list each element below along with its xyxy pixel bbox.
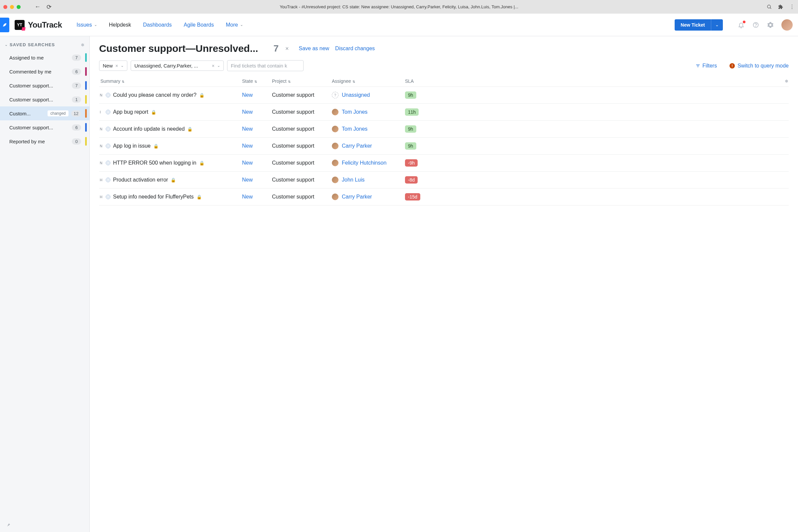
state-link[interactable]: New (242, 109, 253, 115)
state-filter-chip[interactable]: New × ⌄ (99, 60, 127, 71)
saved-searches-header[interactable]: ⌄ SAVED SEARCHES (0, 42, 90, 51)
filters-button[interactable]: Filters (695, 63, 717, 69)
assignee-link[interactable]: John Luis (342, 177, 365, 183)
clear-chip-icon[interactable]: × (115, 63, 118, 69)
sidebar-item[interactable]: Customer support... 7 (0, 78, 90, 92)
save-as-new-link[interactable]: Save as new (299, 45, 329, 52)
table-row[interactable]: H Setup info needed for FlufferyPets 🔒 N… (99, 189, 789, 206)
saved-searches-title: SAVED SEARCHES (10, 42, 55, 47)
avatar-icon (332, 126, 339, 132)
assignee-link[interactable]: Carry Parker (342, 143, 372, 149)
gear-icon[interactable] (80, 42, 85, 47)
nav-more[interactable]: More ⌄ (226, 22, 243, 28)
clear-count-icon[interactable]: × (285, 45, 289, 52)
brand[interactable]: YT YouTrack (15, 20, 62, 30)
visibility-icon (106, 194, 110, 199)
settings-icon[interactable] (767, 21, 774, 28)
assignee-link[interactable]: Tom Jones (342, 126, 367, 132)
table-row[interactable]: N Could you please cancel my order? 🔒 Ne… (99, 87, 789, 104)
sidebar-item[interactable]: Commented by me 6 (0, 64, 90, 78)
color-stripe (85, 81, 87, 90)
switch-query-mode-link[interactable]: ! Switch to query mode (729, 63, 789, 69)
sidebar-item[interactable]: Customer support... 1 (0, 92, 90, 107)
assignee-filter-chip[interactable]: Unassigned, Carry.Parker, ... × ⌄ (131, 60, 224, 71)
new-ticket-group: New Ticket ⌄ (674, 19, 723, 31)
chevron-down-icon[interactable]: ⌄ (121, 63, 124, 68)
color-stripe (85, 67, 87, 76)
col-summary[interactable]: Summary⇅ (99, 78, 242, 84)
extensions-icon[interactable] (778, 4, 783, 10)
assignee-link[interactable]: Unassigned (342, 92, 370, 98)
search-icon[interactable] (767, 4, 772, 10)
project-cell: Customer support (272, 109, 332, 115)
minimize-window-icon[interactable] (10, 5, 14, 9)
issue-type-badge: H (100, 178, 103, 182)
back-icon[interactable]: ← (35, 3, 41, 10)
sidebar-item-label: Assigned to me (9, 55, 69, 60)
state-link[interactable]: New (242, 92, 253, 98)
nav-issues[interactable]: Issues⌄ (76, 22, 97, 28)
lock-icon: 🔒 (151, 110, 156, 115)
nav-dashboards[interactable]: Dashboards (143, 22, 172, 28)
window-controls (3, 5, 21, 9)
sidebar-item[interactable]: Customer support... 6 (0, 120, 90, 134)
sidebar-item-count: 0 (72, 138, 81, 145)
summary-text: Account info update is needed (113, 126, 185, 132)
gear-icon[interactable] (784, 79, 789, 83)
state-link[interactable]: New (242, 143, 253, 149)
page-title: Customer support—Unresolved... (99, 43, 258, 54)
user-avatar[interactable] (781, 19, 793, 31)
assignee-link[interactable]: Carry Parker (342, 194, 372, 200)
visibility-icon (106, 177, 110, 182)
table-row[interactable]: H Product activation error 🔒 New Custome… (99, 172, 789, 189)
notifications-icon[interactable] (738, 21, 745, 28)
browser-actions: ⋮ (767, 4, 795, 10)
issue-type-badge: N (100, 93, 103, 97)
close-window-icon[interactable] (3, 5, 7, 9)
browser-chrome: ← ⟳ YouTrack - #Unresolved project: CS s… (0, 0, 798, 14)
lock-icon: 🔒 (199, 160, 205, 166)
sidebar-item[interactable]: Custom... changed 12 (0, 107, 90, 120)
issue-type-badge: N (100, 161, 103, 165)
state-link[interactable]: New (242, 194, 253, 200)
notification-badge (743, 21, 745, 23)
color-stripe (85, 137, 87, 146)
kebab-menu-icon[interactable]: ⋮ (790, 4, 795, 10)
visibility-icon (106, 110, 110, 114)
project-cell: Customer support (272, 92, 332, 98)
project-cell: Customer support (272, 160, 332, 166)
chevron-down-icon[interactable]: ⌄ (217, 63, 220, 68)
col-assignee[interactable]: Assignee⇅ (332, 78, 405, 84)
lock-icon: 🔒 (187, 127, 192, 132)
new-ticket-dropdown[interactable]: ⌄ (711, 19, 723, 31)
issue-type-badge: N (100, 144, 103, 148)
nav-agile-boards[interactable]: Agile Boards (184, 22, 214, 28)
discard-changes-link[interactable]: Discard changes (335, 45, 375, 52)
sidebar-item[interactable]: Reported by me 0 (0, 134, 90, 148)
state-link[interactable]: New (242, 177, 253, 183)
table-row[interactable]: N Account info update is needed 🔒 New Cu… (99, 121, 789, 138)
app-switcher-tab[interactable] (0, 18, 9, 32)
table-row[interactable]: N HTTP ERROR 500 when logging in 🔒 New C… (99, 155, 789, 172)
table-row[interactable]: I App bug report 🔒 New Customer support … (99, 104, 789, 121)
search-input[interactable] (227, 60, 304, 71)
assignee-link[interactable]: Felicity Hutchinson (342, 160, 386, 166)
maximize-window-icon[interactable] (17, 5, 21, 9)
lock-icon: 🔒 (199, 93, 205, 98)
svg-point-3 (756, 26, 756, 26)
col-sla[interactable]: SLA (405, 78, 425, 84)
nav-helpdesk[interactable]: Helpdesk (109, 22, 131, 28)
col-state[interactable]: State⇅ (242, 78, 272, 84)
sidebar-item[interactable]: Assigned to me 7 (0, 51, 90, 64)
reload-icon[interactable]: ⟳ (46, 3, 52, 11)
sidebar-item-label: Custom... (9, 111, 45, 116)
state-link[interactable]: New (242, 126, 253, 132)
table-row[interactable]: N App log in issue 🔒 New Customer suppor… (99, 138, 789, 155)
help-icon[interactable] (752, 21, 759, 28)
col-project[interactable]: Project⇅ (272, 78, 332, 84)
pin-icon[interactable] (6, 523, 11, 527)
assignee-link[interactable]: Tom Jones (342, 109, 367, 115)
new-ticket-button[interactable]: New Ticket (674, 19, 711, 31)
state-link[interactable]: New (242, 160, 253, 166)
clear-chip-icon[interactable]: × (212, 63, 214, 69)
